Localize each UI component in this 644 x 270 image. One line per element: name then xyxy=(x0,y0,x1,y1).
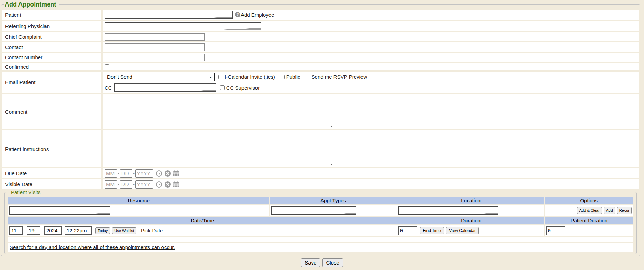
comment-label: Comment xyxy=(2,94,101,129)
confirmed-checkbox[interactable] xyxy=(105,64,109,69)
date-separator: - xyxy=(133,170,135,176)
appt-types-cell xyxy=(270,205,396,216)
close-button[interactable]: Close xyxy=(322,258,343,267)
appt-types-input[interactable] xyxy=(271,206,356,215)
visit-day-input[interactable] xyxy=(27,226,40,235)
public-label: Public xyxy=(286,74,300,80)
due-date-day-input[interactable] xyxy=(120,169,132,178)
cc-label: CC xyxy=(105,85,112,91)
contact-row: Contact xyxy=(2,42,639,52)
date-time-cell: - - Today Use Waitlist Pick Date xyxy=(8,225,397,236)
help-icon[interactable]: ? xyxy=(235,12,240,17)
today-button[interactable]: Today xyxy=(95,227,110,234)
recur-button[interactable]: Recur xyxy=(617,207,632,214)
patient-label: Patient xyxy=(2,10,101,20)
ics-invite-label: I-Calendar Invite (.ics) xyxy=(225,74,275,80)
comment-textarea[interactable] xyxy=(105,95,332,128)
options-cell: Add & Clear Add Recur xyxy=(545,205,633,216)
cc-supervisor-label: CC Supervisor xyxy=(226,85,260,91)
chief-complaint-label: Chief Complaint xyxy=(2,32,101,41)
date-separator: - xyxy=(118,181,119,187)
ics-invite-checkbox[interactable] xyxy=(218,75,223,79)
empty-cell xyxy=(270,243,633,252)
search-day-location-link[interactable]: Search for a day and location where all … xyxy=(10,244,175,250)
comment-row: Comment xyxy=(2,94,639,129)
add-employee-link[interactable]: Add Employee xyxy=(241,12,274,18)
email-patient-row: Email Patient Don't Send ⌄ I-Calendar In… xyxy=(2,72,639,93)
date-time-header: Date/Time xyxy=(8,217,397,224)
clear-date-icon[interactable] xyxy=(164,181,171,188)
location-input[interactable] xyxy=(398,206,498,215)
due-date-row: Due Date - - xyxy=(2,168,639,178)
contact-label: Contact xyxy=(2,42,101,52)
calendar-icon[interactable] xyxy=(173,170,180,177)
date-separator: - xyxy=(24,228,26,233)
cc-supervisor-checkbox[interactable] xyxy=(220,85,225,90)
rsvp-checkbox[interactable] xyxy=(305,75,310,79)
date-separator: - xyxy=(133,181,135,187)
contact-number-input[interactable] xyxy=(105,54,205,61)
due-date-year-input[interactable] xyxy=(135,169,153,178)
use-waitlist-button[interactable]: Use Waitlist xyxy=(112,227,136,234)
find-time-button[interactable]: Find Time xyxy=(420,227,444,234)
duration-input[interactable] xyxy=(398,226,417,235)
chief-complaint-input[interactable] xyxy=(105,33,205,41)
visible-date-label: Visible Date xyxy=(2,179,101,189)
resource-input[interactable] xyxy=(9,206,110,215)
preview-link[interactable]: Preview xyxy=(349,74,367,80)
location-header: Location xyxy=(397,197,544,204)
referring-physician-label: Referring Physician xyxy=(2,21,101,31)
visit-time-input[interactable] xyxy=(65,226,92,235)
patient-duration-cell xyxy=(545,225,633,236)
clear-date-icon[interactable] xyxy=(164,170,171,177)
pick-date-link[interactable]: Pick Date xyxy=(141,228,163,233)
date-separator: - xyxy=(42,228,43,233)
calendar-icon[interactable] xyxy=(173,181,180,188)
resource-cell xyxy=(8,205,269,216)
email-send-select[interactable]: Don't Send xyxy=(105,73,215,81)
visit-year-input[interactable] xyxy=(44,226,62,235)
add-button[interactable]: Add xyxy=(604,207,615,214)
date-separator: - xyxy=(118,170,119,176)
patient-duration-input[interactable] xyxy=(546,226,565,235)
patient-instructions-row: Patient Instructions xyxy=(2,130,639,167)
referring-physician-input[interactable] xyxy=(105,22,261,30)
duration-header: Duration xyxy=(397,217,544,224)
cc-input[interactable] xyxy=(114,83,216,92)
view-calendar-button[interactable]: View Calendar xyxy=(446,227,479,234)
page-title: Add Appointment xyxy=(4,1,59,8)
referring-physician-row: Referring Physician xyxy=(2,21,639,31)
patient-visits-panel: Patient Visits Resource Appt Types Locat… xyxy=(4,192,637,254)
footer-actions: Save Close xyxy=(0,257,644,267)
confirmed-label: Confirmed xyxy=(2,63,101,70)
patient-instructions-textarea[interactable] xyxy=(105,132,332,166)
patient-visits-legend: Patient Visits xyxy=(9,190,42,195)
public-checkbox[interactable] xyxy=(280,75,285,79)
visible-date-month-input[interactable] xyxy=(105,180,117,189)
confirmed-row: Confirmed xyxy=(2,63,639,70)
search-link-cell: Search for a day and location where all … xyxy=(8,243,270,252)
duration-cell: Find Time View Calendar xyxy=(397,225,544,236)
save-button[interactable]: Save xyxy=(301,258,320,267)
rsvp-label: Send me RSVP xyxy=(312,74,347,80)
patient-duration-header: Patient Duration xyxy=(545,217,633,224)
due-date-month-input[interactable] xyxy=(105,169,117,178)
patient-row: Patient ? Add Employee xyxy=(2,10,639,20)
add-appointment-panel: Add Appointment Patient ? Add Employee R… xyxy=(1,4,640,256)
visible-date-day-input[interactable] xyxy=(120,180,132,189)
due-date-label: Due Date xyxy=(2,168,101,178)
clock-icon[interactable] xyxy=(156,181,162,188)
resource-header: Resource xyxy=(8,197,269,204)
patient-input[interactable] xyxy=(105,11,233,19)
location-cell xyxy=(397,205,544,216)
empty-row xyxy=(8,237,633,242)
visible-date-year-input[interactable] xyxy=(135,180,153,189)
email-patient-label: Email Patient xyxy=(2,72,101,93)
appt-types-header: Appt Types xyxy=(270,197,396,204)
contact-input[interactable] xyxy=(105,43,205,51)
chief-complaint-row: Chief Complaint xyxy=(2,32,639,41)
options-header: Options xyxy=(545,197,633,204)
visit-month-input[interactable] xyxy=(9,226,23,235)
clock-icon[interactable] xyxy=(156,170,162,177)
add-and-clear-button[interactable]: Add & Clear xyxy=(577,207,602,214)
